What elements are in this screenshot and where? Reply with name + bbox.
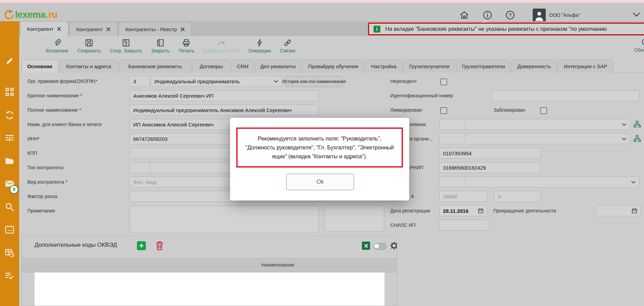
full-name-label: Полное наименование *	[27, 107, 81, 113]
note-textarea[interactable]	[129, 206, 319, 233]
nonresident-checkbox[interactable]	[440, 78, 447, 85]
ok-button[interactable]: Ok	[286, 174, 354, 190]
save-button[interactable]: Сохранить	[77, 39, 101, 53]
calendar-small-icon[interactable]	[632, 208, 637, 213]
close-icon[interactable]	[57, 27, 61, 31]
import-icon[interactable]	[5, 134, 14, 143]
logo-mark-icon	[4, 9, 14, 20]
okato-code-field[interactable]: 26666	[439, 191, 487, 202]
home-icon[interactable]	[459, 10, 469, 20]
subtab-crm[interactable]: CRM	[231, 60, 254, 73]
qr-code-icon[interactable]	[5, 87, 14, 97]
banner-caret	[482, 20, 488, 23]
subtab-dogovory[interactable]: Договоры	[192, 60, 230, 73]
tab-label: Контрагент	[27, 26, 54, 32]
grid-toggle[interactable]	[374, 243, 387, 250]
subtab-doverennost[interactable]: Доверенность	[512, 60, 557, 73]
org-select[interactable]	[465, 133, 630, 144]
subtab-sap[interactable]: Интеграция с SAP	[558, 60, 613, 73]
unlabeled-box[interactable]	[325, 206, 384, 232]
subtab-kontakty[interactable]: Контакты и адреса	[59, 60, 118, 73]
table-clock-icon[interactable]	[5, 248, 14, 258]
org-code-field[interactable]	[439, 133, 465, 144]
tab-kontragenty-reestr[interactable]: Контрагенты - Реестр	[118, 22, 192, 36]
id-number-field[interactable]	[492, 90, 640, 101]
okopf-code-field[interactable]: 3	[129, 76, 150, 87]
okpo-field[interactable]: 0107353954	[439, 148, 541, 159]
nonresident-label: Нерезидент	[390, 78, 417, 84]
subtab-dop-rekvizity[interactable]: Доп реквизиты	[255, 60, 301, 73]
snils-field[interactable]	[439, 220, 488, 231]
close-button[interactable]: Закрыть	[151, 39, 169, 53]
printer-icon	[182, 39, 190, 47]
subtab-bank-rekvizity[interactable]: Банковские реквизиты	[119, 60, 191, 73]
blocked-checkbox[interactable]	[540, 107, 547, 114]
notification-text: На вкладке "Банковские реквизиты" не ука…	[385, 26, 607, 32]
notification-banner: i На вкладке "Банковские реквизиты" не у…	[368, 23, 644, 35]
short-name-field[interactable]: Анисимов Алексей Сергеевич ИП	[129, 90, 319, 101]
tab-kontragent-2[interactable]: Контрагент	[69, 22, 118, 36]
history-button[interactable]: История изм.пол.наименования	[285, 76, 343, 87]
link-icon	[283, 39, 292, 47]
info-icon[interactable]	[483, 10, 492, 20]
refresh-button[interactable]: Обновить	[629, 38, 644, 53]
close-icon[interactable]	[180, 27, 185, 32]
save-close-button[interactable]: Сохр. Закрыть	[110, 39, 142, 53]
hierarchy-icon[interactable]	[632, 119, 642, 130]
help-icon[interactable]: ?	[505, 10, 515, 20]
subtab-gruzopoluchateli[interactable]: Грузополучатели	[403, 60, 455, 73]
add-row-button[interactable]	[137, 241, 146, 250]
svg-text:?: ?	[509, 12, 512, 18]
app-header: lexema.ru ? ООО "Альфа"	[0, 3, 644, 21]
termination-field[interactable]	[596, 205, 641, 216]
okopf-select[interactable]: Индивидуальный предприниматель	[151, 76, 282, 87]
subtab-osnovnaya[interactable]: Основная	[21, 60, 58, 73]
calendar-small-icon[interactable]	[478, 208, 483, 213]
subtab-provider[interactable]: Провайдер обучения	[302, 60, 364, 73]
ogrnip-field[interactable]: 316965800182429	[439, 162, 541, 173]
dialog-message-box: Рекомендуется заполнить поля: "Руководит…	[236, 127, 403, 168]
bank-print-name-label: Наим. для клиент-банка и печати	[27, 121, 102, 127]
column-header[interactable]: Наименование	[261, 262, 294, 268]
extra-select[interactable]	[465, 176, 640, 187]
org-label-fragment: я органи...	[410, 136, 433, 142]
add-rnp-button[interactable]: Добавить в РНП	[203, 39, 240, 53]
calendar-icon[interactable]	[5, 225, 14, 234]
paperclip-icon	[53, 39, 61, 47]
hierarchy-icon[interactable]	[632, 134, 642, 144]
tab-kontragent-1[interactable]: Контрагент	[20, 21, 68, 36]
attachments-button[interactable]: Вложения	[46, 39, 68, 53]
delete-row-button[interactable]	[155, 241, 164, 251]
chevron-down-icon[interactable]	[632, 12, 642, 21]
close-icon[interactable]	[106, 27, 111, 32]
grid-body[interactable]	[35, 272, 384, 306]
reg-date-field[interactable]: 28.11.2016	[439, 205, 487, 216]
subtab-nastroika[interactable]: Настройка	[365, 60, 402, 73]
list-check-icon[interactable]	[5, 271, 14, 281]
successor-code-field[interactable]	[439, 119, 465, 130]
gear-icon[interactable]	[389, 241, 397, 250]
full-name-field[interactable]: Индивидуальный предприниматель Анисимов …	[129, 105, 319, 115]
lexema-logo: lexema.ru	[4, 9, 58, 21]
sync-icon[interactable]	[5, 110, 14, 120]
excel-export-icon[interactable]	[362, 242, 370, 250]
links-button[interactable]: Связки	[280, 39, 295, 53]
mail-badge: 9	[10, 185, 18, 194]
company-name[interactable]: ООО "Альфа"	[549, 12, 580, 18]
chevron-down-icon	[622, 123, 627, 126]
grid-header-row: Наименование	[22, 258, 397, 272]
folder-open-icon[interactable]	[5, 156, 14, 166]
type-code-field[interactable]	[129, 162, 150, 173]
print-button[interactable]: Печать	[178, 39, 194, 53]
search-icon[interactable]	[5, 202, 14, 212]
pencil-icon[interactable]	[5, 56, 14, 66]
note-label: Примечание	[27, 208, 55, 214]
liquidated-checkbox[interactable]	[440, 107, 447, 114]
operations-button[interactable]: Операции	[249, 39, 271, 53]
extra-code-field[interactable]	[439, 176, 465, 187]
okato-letter-field[interactable]: А	[494, 191, 541, 202]
user-avatar[interactable]	[533, 9, 546, 22]
subtab-gruzootpraviteli[interactable]: Грузоотправители	[456, 60, 510, 73]
risk-label: Фактор риска	[27, 193, 57, 199]
successor-select[interactable]	[465, 119, 630, 130]
